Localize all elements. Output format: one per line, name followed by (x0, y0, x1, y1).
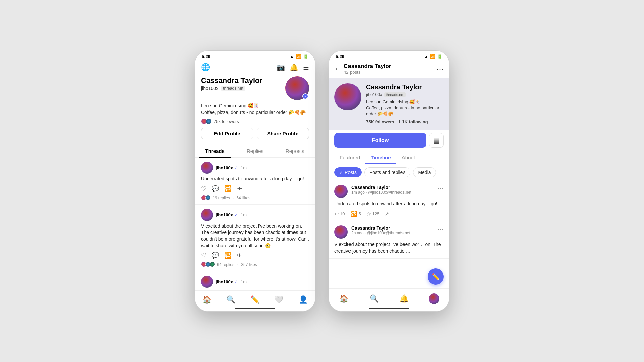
wifi-icon-2: ▲ (424, 54, 428, 59)
star-icon: ☆ (366, 210, 371, 217)
wifi-icon-1: ▲ (290, 54, 294, 59)
phone2-post-name: Cassandra Taylor (351, 225, 434, 231)
phone2-profile-name: Cassandra Taylor (366, 83, 444, 91)
share-icon: ↗ (385, 210, 389, 217)
threads-badge: threads.net (221, 86, 245, 91)
nav-heart[interactable]: 🤍 (267, 293, 291, 306)
reply-avatars (201, 195, 211, 200)
post-meta: jiho100x ✓ 1m (216, 212, 301, 217)
edit-icon: ✏️ (432, 273, 440, 281)
status-icons-2: ▲ 📶 🔋 (424, 54, 442, 59)
compose-fab[interactable]: ✏️ (428, 268, 444, 285)
pill-posts-replies[interactable]: Posts and replies (364, 167, 410, 177)
post-item: jiho100x ✓ 1m ··· V excited about the pr… (195, 205, 315, 272)
menu-icon[interactable]: ☰ (303, 63, 309, 71)
nav-profile[interactable]: 👤 (291, 293, 315, 306)
phone2-avatar (334, 83, 361, 110)
post-text: V excited about the project I've been wo… (201, 223, 309, 249)
username: jiho100x (201, 86, 218, 91)
more-options-button[interactable]: ⋯ (436, 65, 444, 73)
status-time-1: 5:26 (202, 54, 210, 59)
phone2-title-area: Cassandra Taylor 42 posts (344, 63, 434, 75)
post-text: Underrated spots to unwind after a long … (201, 176, 309, 182)
tab-featured[interactable]: Featured (334, 151, 365, 164)
post-item: jiho100x ✓ 1m ··· Underrated spots to un… (195, 158, 315, 205)
phone2-tabs: Featured Timeline About (329, 151, 449, 164)
phone2-post-text: V excited about the project I've been wo… (334, 241, 444, 254)
bio-line2: Coffee, pizza, donuts - no particular or… (201, 109, 309, 116)
comment-icon[interactable]: 💬 (212, 185, 219, 192)
nav-compose[interactable]: ✏️ (243, 293, 267, 306)
home-indicator-2 (369, 308, 409, 309)
tab-about[interactable]: About (396, 151, 420, 164)
phone2-post-header: Cassandra Taylor 2h ago · @jiho100x@thre… (334, 225, 444, 239)
repost-icon[interactable]: 🔁 (224, 252, 232, 259)
tab-timeline[interactable]: Timeline (365, 151, 396, 164)
post-actions: ♡ 💬 🔁 ✈ (201, 252, 309, 259)
phone2-header: ← Cassandra Taylor 42 posts ⋯ (329, 61, 449, 78)
pill-posts[interactable]: ✓ Posts (334, 167, 362, 177)
globe-icon[interactable]: 🌐 (201, 63, 210, 72)
phone2-nav-bell[interactable]: 🔔 (389, 291, 419, 306)
reply-avatars (201, 262, 215, 267)
phone2-bio-line2: Coffee, pizza, donuts - in no particular… (366, 105, 444, 117)
status-time-2: 5:26 (336, 54, 344, 59)
back-button[interactable]: ← (334, 65, 341, 73)
phone2-nav-home[interactable]: 🏠 (329, 291, 359, 306)
phone2-post-more[interactable]: ⋯ (438, 185, 444, 192)
phone2-like-action[interactable]: ☆ 125 (366, 210, 380, 217)
action-buttons: Edit Profile Share Profile (201, 128, 309, 139)
edit-profile-button[interactable]: Edit Profile (201, 128, 253, 139)
reply-icon: ↩ (334, 210, 339, 217)
phone2-nav-profile-avatar (429, 293, 439, 304)
phone2-share-action[interactable]: ↗ (385, 210, 389, 217)
phone2-post-avatar (334, 185, 348, 198)
repost-icon[interactable]: 🔁 (224, 185, 232, 192)
post-avatar (201, 209, 213, 221)
share-icon[interactable]: ✈ (237, 252, 242, 259)
pill-media[interactable]: Media (413, 167, 436, 177)
post-more-icon[interactable]: ··· (304, 278, 309, 285)
instagram-icon[interactable]: 📷 (277, 63, 285, 71)
phone2-nav-profile-container[interactable] (419, 291, 449, 306)
phone2-post-more[interactable]: ⋯ (438, 225, 444, 233)
verified-badge: ✓ (302, 93, 308, 99)
post-header: jiho100x ✓ 1m ··· (201, 276, 309, 288)
tab-replies[interactable]: Replies (235, 145, 275, 157)
phone2-post-time: 1m ago · @jiho100x@threads.net (351, 190, 434, 195)
phone2-post-time: 2h ago · @jiho100x@threads.net (351, 231, 434, 235)
phone2-post-header: Cassandra Taylor 1m ago · @jiho100x@thre… (334, 185, 444, 198)
header-left-1: 🌐 (201, 63, 210, 72)
status-bar-1: 5:26 ▲ 📶 🔋 (195, 51, 315, 61)
post-more-icon[interactable]: ··· (304, 211, 309, 218)
like-icon[interactable]: ♡ (201, 252, 206, 259)
tab-reposts[interactable]: Reposts (275, 145, 315, 157)
followers-row: 75k followers (201, 118, 309, 124)
follow-button[interactable]: Follow (334, 133, 426, 148)
phone2-nav-search[interactable]: 🔍 (359, 291, 389, 306)
post-time: 1m (240, 279, 247, 284)
profile-name: Cassandra Taylor (201, 76, 262, 85)
tab-threads[interactable]: Threads (195, 145, 235, 157)
username-row: jiho100x threads.net (201, 86, 262, 91)
post-verified-icon: ✓ (234, 279, 238, 284)
phone2-post-name: Cassandra Taylor (351, 185, 434, 190)
nav-search[interactable]: 🔍 (219, 293, 243, 306)
post-more-icon[interactable]: ··· (304, 164, 309, 171)
nav-home[interactable]: 🏠 (195, 293, 219, 306)
phone2-post-item: Cassandra Taylor 1m ago · @jiho100x@thre… (329, 181, 449, 222)
phone-1: 5:26 ▲ 📶 🔋 🌐 📷 🔔 ☰ Cassandra Taylor (195, 50, 315, 312)
profile-section: Cassandra Taylor jiho100x threads.net ✓ … (195, 75, 315, 143)
phone2-followers: 75K followers (366, 119, 394, 124)
like-icon[interactable]: ♡ (201, 185, 206, 192)
share-profile-button[interactable]: Share Profile (257, 128, 309, 139)
bell-icon[interactable]: 🔔 (290, 63, 298, 71)
phone2-profile-info: Cassandra Taylor jiho100x threads.net Le… (366, 83, 444, 124)
phone2-repost-action[interactable]: 🔁 5 (350, 210, 361, 217)
share-icon[interactable]: ✈ (237, 185, 242, 192)
phone2-reply-action[interactable]: ↩ 10 (334, 210, 345, 217)
check-icon: ✓ (339, 170, 343, 175)
qr-button[interactable]: ▦ (429, 133, 444, 148)
comment-icon[interactable]: 💬 (212, 252, 219, 259)
post-verified-icon: ✓ (234, 165, 238, 170)
